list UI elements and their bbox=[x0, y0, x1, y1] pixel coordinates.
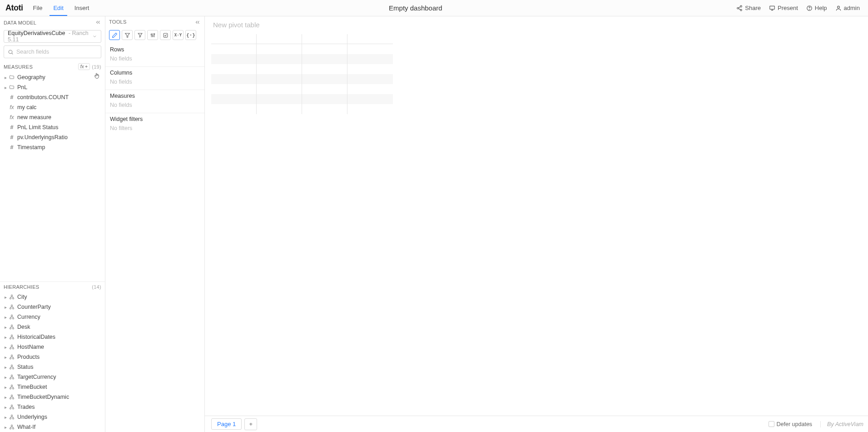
hierarchy-icon bbox=[8, 414, 15, 420]
data-model-header: DATA MODEL bbox=[4, 20, 36, 25]
measures-zone-empty: No fields bbox=[110, 102, 200, 108]
folder-icon bbox=[8, 75, 15, 80]
svg-rect-34 bbox=[11, 365, 13, 367]
logo: Atoti bbox=[4, 3, 27, 13]
hierarchy-icon bbox=[8, 394, 15, 400]
filters-drop-zone[interactable]: Widget filters No filters bbox=[105, 113, 204, 136]
search-icon bbox=[8, 49, 14, 55]
hierarchy-icon bbox=[8, 304, 15, 310]
svg-rect-32 bbox=[10, 358, 11, 359]
collapse-tools-button[interactable] bbox=[194, 19, 201, 26]
hierarchy-item-timebucket[interactable]: ▸TimeBucket bbox=[0, 382, 105, 392]
hash-icon: # bbox=[8, 124, 15, 131]
branding: By ActiveViam bbox=[820, 421, 863, 427]
collapse-sidebar-button[interactable] bbox=[95, 19, 101, 26]
hierarchy-item-products[interactable]: ▸Products bbox=[0, 352, 105, 362]
svg-rect-18 bbox=[13, 308, 14, 309]
item-label: Status bbox=[17, 364, 33, 370]
svg-rect-54 bbox=[13, 428, 14, 429]
user-menu[interactable]: admin bbox=[835, 5, 860, 11]
measure-item-new-measure[interactable]: fxnew measure bbox=[0, 112, 105, 122]
tool-tab-sliders[interactable] bbox=[147, 30, 158, 40]
svg-rect-41 bbox=[10, 388, 11, 389]
item-label: my calc bbox=[17, 104, 36, 111]
search-input[interactable] bbox=[16, 49, 97, 55]
measure-item-my-calc[interactable]: fxmy calc bbox=[0, 102, 105, 112]
topbar-actions: Share Present Help admin bbox=[736, 5, 864, 11]
item-label: Timestamp bbox=[17, 144, 45, 151]
hierarchy-item-trades[interactable]: ▸Trades bbox=[0, 402, 105, 412]
svg-rect-14 bbox=[10, 298, 11, 299]
rows-drop-zone[interactable]: Rows No fields bbox=[105, 44, 204, 67]
tool-tab-select[interactable] bbox=[160, 30, 171, 40]
hierarchy-item-currency[interactable]: ▸Currency bbox=[0, 312, 105, 322]
hierarchy-item-desk[interactable]: ▸Desk bbox=[0, 322, 105, 332]
pivot-table-skeleton[interactable] bbox=[211, 34, 393, 114]
hierarchy-item-timebucketdynamic[interactable]: ▸TimeBucketDynamic bbox=[0, 392, 105, 402]
hierarchy-item-hostname[interactable]: ▸HostName bbox=[0, 342, 105, 352]
share-button[interactable]: Share bbox=[736, 5, 761, 11]
item-label: City bbox=[17, 294, 27, 300]
defer-updates-toggle[interactable]: Defer updates bbox=[769, 421, 813, 427]
svg-rect-16 bbox=[11, 305, 13, 306]
hierarchy-item-status[interactable]: ▸Status bbox=[0, 362, 105, 372]
hierarchy-icon bbox=[8, 354, 15, 360]
select-icon bbox=[163, 32, 169, 38]
create-calc-measure-button[interactable]: fx+ bbox=[78, 63, 90, 70]
chevron-left-icon bbox=[95, 19, 101, 25]
measure-item-pnl-limit-status[interactable]: #PnL Limit Status bbox=[0, 122, 105, 132]
page-tab[interactable]: Page 1 bbox=[211, 418, 242, 430]
svg-rect-17 bbox=[10, 308, 11, 309]
item-label: Products bbox=[17, 354, 40, 360]
search-fields[interactable] bbox=[4, 45, 101, 58]
menu-edit[interactable]: Edit bbox=[48, 0, 69, 16]
present-button[interactable]: Present bbox=[769, 5, 798, 11]
tool-tab-filter[interactable] bbox=[122, 30, 133, 40]
tool-tab-edit[interactable] bbox=[109, 30, 120, 40]
menu-insert[interactable]: Insert bbox=[69, 0, 95, 16]
measure-item-timestamp[interactable]: #Timestamp bbox=[0, 142, 105, 152]
svg-rect-44 bbox=[10, 398, 11, 399]
fx-icon: fx bbox=[8, 104, 15, 111]
help-button[interactable]: Help bbox=[806, 5, 827, 11]
widget-title[interactable]: New pivot table bbox=[205, 16, 868, 32]
columns-drop-zone[interactable]: Columns No fields bbox=[105, 67, 204, 90]
svg-rect-30 bbox=[13, 348, 14, 349]
svg-rect-45 bbox=[13, 398, 14, 399]
tool-tab-filter-alt[interactable] bbox=[134, 30, 145, 40]
canvas-footer: Page 1 + Defer updates By ActiveViam bbox=[205, 416, 868, 432]
svg-rect-37 bbox=[11, 375, 13, 377]
hierarchy-icon bbox=[8, 334, 15, 340]
hierarchy-item-city[interactable]: ▸City bbox=[0, 292, 105, 302]
svg-rect-19 bbox=[11, 315, 13, 316]
item-label: HostName bbox=[17, 344, 44, 350]
hierarchy-item-counterparty[interactable]: ▸CounterParty bbox=[0, 302, 105, 312]
hierarchy-item-historicaldates[interactable]: ▸HistoricalDates bbox=[0, 332, 105, 342]
measures-drop-zone[interactable]: Measures No fields bbox=[105, 90, 204, 113]
svg-point-61 bbox=[154, 33, 154, 34]
measure-item-geography[interactable]: ▸Geography bbox=[0, 72, 105, 82]
hierarchy-item-underlyings[interactable]: ▸Underlyings bbox=[0, 412, 105, 422]
columns-empty: No fields bbox=[110, 79, 200, 85]
checkbox-icon bbox=[769, 421, 774, 427]
cube-selector[interactable]: EquityDerivativesCube - Ranch 5.11 bbox=[4, 30, 101, 43]
item-label: new measure bbox=[17, 114, 51, 121]
svg-rect-21 bbox=[13, 318, 14, 319]
folder-icon bbox=[8, 85, 15, 90]
item-label: Underlyings bbox=[17, 414, 47, 420]
hierarchy-icon bbox=[8, 344, 15, 350]
tool-tab-brackets[interactable]: {·} bbox=[185, 30, 196, 40]
add-page-button[interactable]: + bbox=[244, 418, 257, 430]
dashboard-title[interactable]: Empty dashboard bbox=[94, 4, 736, 12]
measures-zone-label: Measures bbox=[110, 93, 200, 99]
tool-tab-xy[interactable]: X·Y bbox=[173, 30, 184, 40]
measure-item-pnl[interactable]: ▸PnL bbox=[0, 82, 105, 92]
help-label: Help bbox=[815, 5, 827, 11]
hierarchy-item-what-if[interactable]: ▸What-If bbox=[0, 422, 105, 432]
measure-item-contributors-count[interactable]: #contributors.COUNT bbox=[0, 92, 105, 102]
svg-rect-46 bbox=[11, 405, 13, 407]
measure-item-pv-underlyingsratio[interactable]: #pv.UnderlyingsRatio bbox=[0, 132, 105, 142]
svg-rect-5 bbox=[770, 6, 775, 9]
menu-file[interactable]: File bbox=[27, 0, 48, 16]
hierarchy-item-targetcurrency[interactable]: ▸TargetCurrency bbox=[0, 372, 105, 382]
